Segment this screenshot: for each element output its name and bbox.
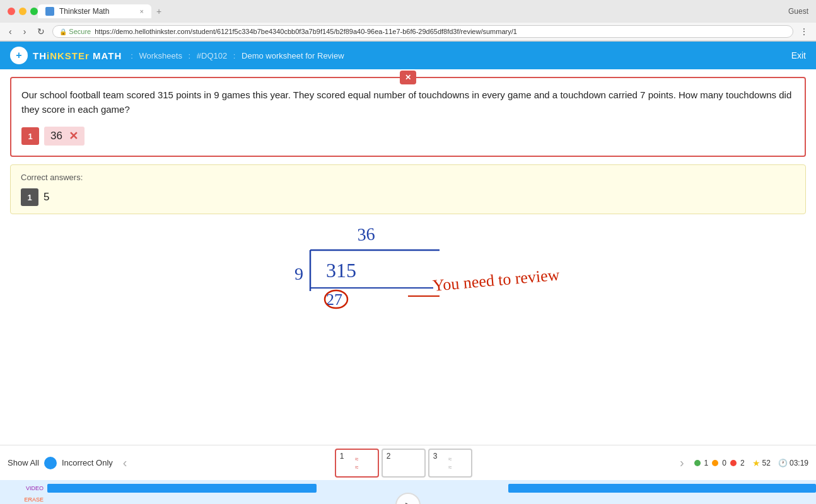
- svg-text:9: 9: [294, 264, 303, 284]
- tile-1-number: 1: [340, 452, 344, 461]
- new-tab-button[interactable]: +: [151, 4, 166, 19]
- score-area: 1 0 2 ★ 52 🕐 03:19: [694, 458, 808, 468]
- answer-number-box: 1: [21, 127, 39, 145]
- logo-circle: +: [10, 47, 28, 64]
- browser-toolbar: ‹ › ↻ 🔒 Secure https://demo.hellothinkst…: [0, 23, 816, 41]
- browser-chrome: Thinkster Math × + Guest ‹ › ↻ 🔒 Secure …: [0, 0, 816, 42]
- tile-1-icon-top: ≈: [355, 455, 359, 462]
- correct-answers-label: Correct answers:: [21, 173, 795, 182]
- green-score-dot: [694, 460, 701, 466]
- red-score-dot: [730, 460, 737, 466]
- tile-3-icon-bottom: ≈: [448, 464, 452, 471]
- prev-question-button[interactable]: ‹: [118, 453, 132, 472]
- breadcrumb: : Worksheets : #DQ102 : Demo worksheet f…: [127, 51, 344, 60]
- timeline-label-erase: ERASE: [0, 496, 47, 503]
- minimize-dot[interactable]: [19, 8, 26, 15]
- browser-menu-button[interactable]: ⋮: [797, 25, 811, 38]
- svg-text:You need to review: You need to review: [432, 265, 561, 294]
- timeline-labels: VIDEO ERASE SCRIBBLE THINKING: [0, 480, 47, 504]
- show-all-toggle[interactable]: [44, 457, 57, 469]
- maximize-dot[interactable]: [30, 8, 38, 15]
- logo-area: + THiNKSTEr MATH: [10, 47, 122, 64]
- incorrect-only-button[interactable]: Incorrect Only: [62, 458, 113, 467]
- question-tile-3[interactable]: 3 ≈ ≈: [428, 449, 472, 478]
- handwriting-canvas: 36 9 315 27 You need to review: [0, 222, 816, 323]
- breadcrumb-current: Demo worksheet for Review: [242, 51, 344, 60]
- question-text: Our school football team scored 315 poin…: [11, 78, 805, 122]
- time-score: 🕐 03:19: [778, 459, 808, 467]
- correct-answers-panel: Correct answers: 1 5: [10, 164, 806, 214]
- show-all-button[interactable]: Show All: [8, 458, 39, 467]
- timeline-tracks: [47, 480, 816, 504]
- lock-icon: 🔒: [59, 28, 67, 35]
- breadcrumb-hash: #DQ102: [197, 51, 227, 60]
- browser-titlebar: Thinkster Math × + Guest: [0, 0, 816, 23]
- erase-track: [47, 495, 816, 504]
- breadcrumb-worksheets[interactable]: Worksheets: [139, 51, 182, 60]
- star-score-value: 52: [762, 459, 771, 467]
- tile-2-number: 2: [387, 452, 391, 461]
- tab-title: Thinkster Math: [59, 7, 109, 16]
- tile-1-icon-bottom: ≈: [355, 464, 359, 471]
- drawing-area: 36 9 315 27 You need to review: [0, 222, 816, 323]
- tile-3-number: 3: [433, 452, 438, 461]
- secure-badge: 🔒 Secure: [59, 28, 91, 35]
- play-icon: ▶: [405, 500, 412, 504]
- refresh-button[interactable]: ↻: [33, 25, 49, 38]
- tab-close-button[interactable]: ×: [140, 8, 144, 15]
- timeline-bar: VIDEO ERASE SCRIBBLE THINKING: [0, 480, 816, 504]
- answer-row: 1 36 ✕: [11, 122, 805, 156]
- question-tiles: 1 ≈ ≈ 2 3 ≈ ≈: [137, 449, 669, 478]
- answer-wrong-box: 36 ✕: [44, 127, 85, 146]
- answer-number: 1: [28, 132, 32, 141]
- score-dots: 1 0 2: [694, 459, 745, 467]
- window-controls: [8, 8, 38, 15]
- address-bar[interactable]: 🔒 Secure https://demo.hellothinkster.com…: [52, 25, 793, 38]
- svg-text:36: 36: [357, 224, 376, 244]
- clock-icon: 🕐: [778, 459, 788, 467]
- bottom-navigation: Show All Incorrect Only ‹ 1 ≈ ≈ 2 3 ≈ ≈ …: [0, 445, 816, 480]
- exit-button[interactable]: Exit: [791, 50, 806, 60]
- video-seg-2: [508, 484, 816, 493]
- video-track: [47, 484, 816, 493]
- correct-number-box: 1: [21, 188, 38, 206]
- timeline-label-video: VIDEO: [0, 485, 47, 491]
- star-icon: ★: [752, 458, 761, 468]
- close-question-button[interactable]: ✕: [400, 71, 416, 84]
- question-panel: ✕ Our school football team scored 315 po…: [10, 77, 806, 157]
- browser-tab[interactable]: Thinkster Math ×: [38, 4, 151, 18]
- green-score-num: 1: [704, 459, 709, 467]
- star-score: ★ 52: [752, 458, 771, 468]
- app-logo-text: THiNKSTEr MATH: [33, 50, 122, 61]
- logo-plus-icon: +: [16, 50, 21, 61]
- svg-text:315: 315: [326, 259, 356, 282]
- correct-value: 5: [44, 191, 49, 203]
- main-content: ✕ Our school football team scored 315 po…: [0, 69, 816, 445]
- tab-favicon: [45, 7, 54, 16]
- wrong-mark: ✕: [69, 129, 78, 143]
- next-question-button[interactable]: ›: [675, 453, 689, 472]
- back-button[interactable]: ‹: [5, 25, 16, 38]
- orange-score-num: 0: [722, 459, 726, 467]
- answer-value: 36: [50, 130, 62, 142]
- forward-button[interactable]: ›: [20, 25, 30, 38]
- correct-answer-row: 1 5: [21, 188, 795, 206]
- question-tile-2[interactable]: 2: [382, 449, 426, 478]
- orange-score-dot: [712, 460, 718, 466]
- guest-label: Guest: [788, 7, 808, 16]
- video-seg-1: [47, 484, 317, 493]
- red-score-num: 2: [740, 459, 745, 467]
- app-header: + THiNKSTEr MATH : Worksheets : #DQ102 :…: [0, 42, 816, 69]
- url-text: https://demo.hellothinkster.com/student/…: [95, 28, 517, 35]
- question-tile-1[interactable]: 1 ≈ ≈: [335, 449, 379, 478]
- tile-3-icon-top: ≈: [448, 455, 452, 462]
- correct-number: 1: [27, 193, 32, 202]
- close-dot[interactable]: [8, 8, 15, 15]
- secure-label: Secure: [69, 28, 91, 35]
- time-value: 03:19: [790, 459, 808, 467]
